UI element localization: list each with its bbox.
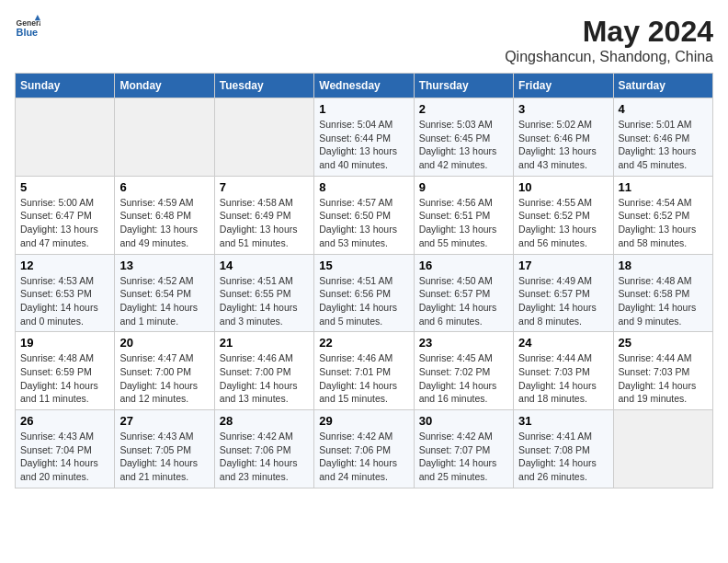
calendar-cell: 26Sunrise: 4:43 AM Sunset: 7:04 PM Dayli… (16, 410, 115, 488)
calendar-cell: 15Sunrise: 4:51 AM Sunset: 6:56 PM Dayli… (314, 254, 414, 332)
day-info: Sunrise: 5:00 AM Sunset: 6:47 PM Dayligh… (20, 196, 109, 250)
calendar-cell: 9Sunrise: 4:56 AM Sunset: 6:51 PM Daylig… (414, 176, 513, 254)
calendar-cell: 13Sunrise: 4:52 AM Sunset: 6:54 PM Dayli… (115, 254, 214, 332)
day-info: Sunrise: 4:42 AM Sunset: 7:07 PM Dayligh… (419, 430, 508, 484)
calendar-cell: 4Sunrise: 5:01 AM Sunset: 6:46 PM Daylig… (613, 98, 712, 177)
calendar-cell: 10Sunrise: 4:55 AM Sunset: 6:52 PM Dayli… (514, 176, 613, 254)
day-number: 5 (20, 180, 109, 194)
calendar-cell: 7Sunrise: 4:58 AM Sunset: 6:49 PM Daylig… (214, 176, 313, 254)
logo: General Blue (15, 15, 40, 40)
day-info: Sunrise: 5:04 AM Sunset: 6:44 PM Dayligh… (319, 118, 408, 172)
day-number: 28 (220, 414, 309, 428)
day-info: Sunrise: 4:46 AM Sunset: 7:00 PM Dayligh… (220, 351, 309, 406)
day-info: Sunrise: 5:03 AM Sunset: 6:45 PM Dayligh… (419, 118, 508, 172)
day-header-sunday: Sunday (16, 74, 115, 98)
calendar-cell: 29Sunrise: 4:42 AM Sunset: 7:06 PM Dayli… (314, 410, 414, 488)
calendar-cell: 11Sunrise: 4:54 AM Sunset: 6:52 PM Dayli… (613, 176, 712, 254)
calendar-cell (115, 98, 214, 177)
week-row-1: 1Sunrise: 5:04 AM Sunset: 6:44 PM Daylig… (16, 98, 713, 177)
title-section: May 2024 Qingshancun, Shandong, China (505, 15, 713, 65)
day-info: Sunrise: 4:55 AM Sunset: 6:52 PM Dayligh… (518, 196, 608, 250)
calendar-table: SundayMondayTuesdayWednesdayThursdayFrid… (15, 73, 713, 488)
day-info: Sunrise: 4:58 AM Sunset: 6:49 PM Dayligh… (220, 196, 309, 250)
svg-text:Blue: Blue (17, 27, 39, 38)
day-info: Sunrise: 5:02 AM Sunset: 6:46 PM Dayligh… (518, 118, 608, 172)
calendar-cell: 24Sunrise: 4:44 AM Sunset: 7:03 PM Dayli… (514, 332, 613, 410)
day-info: Sunrise: 4:52 AM Sunset: 6:54 PM Dayligh… (119, 274, 209, 328)
svg-marker-2 (35, 15, 40, 20)
day-number: 18 (619, 259, 708, 272)
day-info: Sunrise: 4:54 AM Sunset: 6:52 PM Dayligh… (619, 196, 708, 250)
calendar-cell: 1Sunrise: 5:04 AM Sunset: 6:44 PM Daylig… (314, 98, 414, 177)
day-info: Sunrise: 4:45 AM Sunset: 7:02 PM Dayligh… (419, 351, 508, 406)
day-number: 13 (119, 259, 209, 272)
day-info: Sunrise: 4:41 AM Sunset: 7:08 PM Dayligh… (518, 430, 608, 484)
day-number: 16 (419, 259, 508, 272)
subtitle: Qingshancun, Shandong, China (505, 49, 713, 65)
day-number: 27 (119, 414, 209, 428)
day-number: 15 (319, 259, 408, 272)
day-number: 9 (419, 180, 508, 194)
day-number: 22 (319, 336, 408, 350)
day-info: Sunrise: 4:53 AM Sunset: 6:53 PM Dayligh… (20, 274, 109, 328)
calendar-cell: 25Sunrise: 4:44 AM Sunset: 7:03 PM Dayli… (613, 332, 712, 410)
day-info: Sunrise: 4:57 AM Sunset: 6:50 PM Dayligh… (319, 196, 408, 250)
calendar-cell: 28Sunrise: 4:42 AM Sunset: 7:06 PM Dayli… (214, 410, 313, 488)
day-info: Sunrise: 4:51 AM Sunset: 6:55 PM Dayligh… (220, 274, 309, 328)
day-number: 25 (619, 336, 708, 350)
day-number: 26 (20, 414, 109, 428)
calendar-cell: 3Sunrise: 5:02 AM Sunset: 6:46 PM Daylig… (514, 98, 613, 177)
calendar-cell: 2Sunrise: 5:03 AM Sunset: 6:45 PM Daylig… (414, 98, 513, 177)
day-number: 2 (419, 102, 508, 116)
week-row-5: 26Sunrise: 4:43 AM Sunset: 7:04 PM Dayli… (16, 410, 713, 488)
calendar-cell: 5Sunrise: 5:00 AM Sunset: 6:47 PM Daylig… (16, 176, 115, 254)
day-number: 3 (518, 102, 608, 116)
day-number: 29 (319, 414, 408, 428)
day-number: 7 (220, 180, 309, 194)
day-header-friday: Friday (514, 74, 613, 98)
day-header-monday: Monday (115, 74, 214, 98)
calendar-cell: 27Sunrise: 4:43 AM Sunset: 7:05 PM Dayli… (115, 410, 214, 488)
logo-icon: General Blue (15, 15, 40, 40)
day-number: 12 (20, 259, 109, 272)
calendar-cell: 22Sunrise: 4:46 AM Sunset: 7:01 PM Dayli… (314, 332, 414, 410)
day-number: 19 (20, 336, 109, 350)
day-number: 6 (119, 180, 209, 194)
calendar-cell: 31Sunrise: 4:41 AM Sunset: 7:08 PM Dayli… (514, 410, 613, 488)
day-info: Sunrise: 4:43 AM Sunset: 7:05 PM Dayligh… (119, 430, 209, 484)
calendar-cell: 20Sunrise: 4:47 AM Sunset: 7:00 PM Dayli… (115, 332, 214, 410)
calendar-cell: 16Sunrise: 4:50 AM Sunset: 6:57 PM Dayli… (414, 254, 513, 332)
day-info: Sunrise: 4:46 AM Sunset: 7:01 PM Dayligh… (319, 351, 408, 406)
day-number: 8 (319, 180, 408, 194)
day-info: Sunrise: 4:51 AM Sunset: 6:56 PM Dayligh… (319, 274, 408, 328)
day-header-saturday: Saturday (613, 74, 712, 98)
day-number: 20 (119, 336, 209, 350)
day-info: Sunrise: 4:47 AM Sunset: 7:00 PM Dayligh… (119, 351, 209, 406)
day-number: 24 (518, 336, 608, 350)
day-info: Sunrise: 4:48 AM Sunset: 6:58 PM Dayligh… (619, 274, 708, 328)
day-info: Sunrise: 4:59 AM Sunset: 6:48 PM Dayligh… (119, 196, 209, 250)
page-header: General Blue May 2024 Qingshancun, Shand… (15, 15, 713, 65)
day-info: Sunrise: 4:48 AM Sunset: 6:59 PM Dayligh… (20, 351, 109, 406)
day-number: 14 (220, 259, 309, 272)
day-info: Sunrise: 4:50 AM Sunset: 6:57 PM Dayligh… (419, 274, 508, 328)
calendar-cell (214, 98, 313, 177)
calendar-cell: 12Sunrise: 4:53 AM Sunset: 6:53 PM Dayli… (16, 254, 115, 332)
day-number: 21 (220, 336, 309, 350)
day-header-tuesday: Tuesday (214, 74, 313, 98)
calendar-cell: 21Sunrise: 4:46 AM Sunset: 7:00 PM Dayli… (214, 332, 313, 410)
calendar-cell: 6Sunrise: 4:59 AM Sunset: 6:48 PM Daylig… (115, 176, 214, 254)
day-number: 4 (619, 102, 708, 116)
main-title: May 2024 (505, 15, 713, 49)
day-number: 23 (419, 336, 508, 350)
week-row-2: 5Sunrise: 5:00 AM Sunset: 6:47 PM Daylig… (16, 176, 713, 254)
day-number: 31 (518, 414, 608, 428)
day-header-wednesday: Wednesday (314, 74, 414, 98)
calendar-cell: 17Sunrise: 4:49 AM Sunset: 6:57 PM Dayli… (514, 254, 613, 332)
calendar-cell (613, 410, 712, 488)
day-info: Sunrise: 4:56 AM Sunset: 6:51 PM Dayligh… (419, 196, 508, 250)
day-info: Sunrise: 5:01 AM Sunset: 6:46 PM Dayligh… (619, 118, 708, 172)
day-number: 11 (619, 180, 708, 194)
day-info: Sunrise: 4:42 AM Sunset: 7:06 PM Dayligh… (220, 430, 309, 484)
calendar-cell: 18Sunrise: 4:48 AM Sunset: 6:58 PM Dayli… (613, 254, 712, 332)
